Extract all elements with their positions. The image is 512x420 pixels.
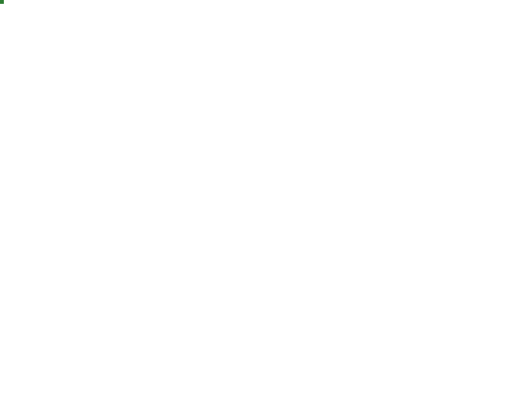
cell-selection-outline xyxy=(0,0,3,3)
fill-handle[interactable] xyxy=(0,0,4,4)
